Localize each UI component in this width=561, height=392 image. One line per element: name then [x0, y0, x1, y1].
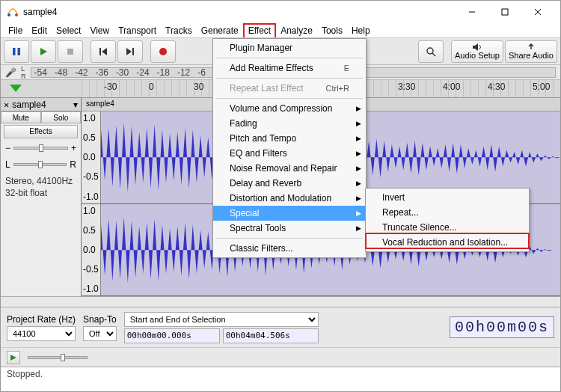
timeline-tick: 4:30 [488, 82, 505, 92]
play-at-speed-toolbar [1, 347, 560, 367]
menu-item-repeat[interactable]: Repeat... [366, 205, 529, 220]
timeline-tick: 5:00 [533, 82, 550, 92]
menu-item-plugin-manager[interactable]: Plugin Manager [213, 40, 366, 55]
menu-item-repeat-last-effect: Repeat Last EffectCtrl+R [213, 81, 366, 96]
menu-item-classic-filters-[interactable]: Classic Filters... [213, 241, 366, 256]
timeline-tick: 3:30 [398, 82, 415, 92]
menu-item-spectral-tools[interactable]: Spectral Tools▶ [213, 221, 366, 236]
play-button[interactable] [31, 40, 56, 63]
submenu-arrow-icon: ▶ [356, 150, 361, 157]
record-button[interactable] [150, 40, 176, 63]
playhead-icon[interactable] [10, 85, 22, 92]
playback-speed-slider[interactable] [28, 356, 88, 359]
mute-button[interactable]: Mute [1, 111, 41, 123]
submenu-arrow-icon: ▶ [356, 165, 361, 172]
submenu-arrow-icon: ▶ [356, 224, 361, 232]
svg-marker-13 [126, 48, 132, 55]
skip-end-button[interactable] [117, 40, 143, 63]
status-bar: Stopped. [1, 367, 560, 382]
menu-item-special[interactable]: Special▶ [213, 206, 366, 221]
menu-item-truncate-silence[interactable]: Truncate Silence... [366, 220, 529, 235]
submenu-arrow-icon: ▶ [356, 135, 361, 142]
svg-marker-8 [40, 48, 47, 55]
svg-marker-20 [10, 355, 16, 361]
submenu-arrow-icon: ▶ [356, 120, 361, 127]
svg-rect-6 [13, 48, 16, 55]
menu-transport[interactable]: Transport [114, 24, 161, 37]
track-dropdown-icon[interactable]: ▾ [73, 99, 78, 110]
maximize-button[interactable] [488, 1, 521, 22]
minimize-button[interactable] [456, 1, 488, 22]
svg-point-14 [159, 48, 167, 55]
time-counter[interactable]: 00h00m00s [450, 316, 554, 338]
pause-button[interactable] [4, 40, 29, 63]
close-button[interactable] [521, 1, 554, 22]
menu-file[interactable]: File [4, 24, 27, 37]
pan-slider[interactable]: LR [5, 159, 76, 170]
project-rate-select[interactable]: 44100 [7, 326, 76, 341]
share-audio-button[interactable]: Share Audio [505, 40, 557, 63]
stop-button[interactable] [58, 40, 83, 63]
zoom-button[interactable] [418, 40, 444, 63]
special-submenu: InvertRepeat...Truncate Silence...Vocal … [365, 188, 530, 252]
menu-item-pitch-and-tempo[interactable]: Pitch and Tempo▶ [213, 131, 366, 146]
menu-tracks[interactable]: Tracks [161, 24, 197, 37]
menu-item-invert[interactable]: Invert [366, 190, 529, 205]
svg-rect-9 [67, 49, 73, 55]
track-name[interactable]: sample4 [12, 99, 46, 110]
menu-select[interactable]: Select [52, 24, 85, 37]
app-logo-icon [7, 6, 19, 18]
menu-help[interactable]: Help [347, 24, 375, 37]
audio-setup-button[interactable]: Audio Setup [451, 40, 503, 63]
share-icon [527, 43, 536, 51]
menu-edit[interactable]: Edit [27, 24, 52, 37]
svg-point-0 [7, 13, 10, 16]
menu-item-delay-and-reverb[interactable]: Delay and Reverb▶ [213, 176, 366, 191]
track-control-panel: ✕ sample4 ▾ Mute Solo Effects −+ LR Ster… [1, 98, 82, 296]
menu-view[interactable]: View [85, 24, 114, 37]
submenu-arrow-icon: ▶ [356, 180, 361, 187]
menu-item-distortion-and-modulation[interactable]: Distortion and Modulation▶ [213, 191, 366, 206]
svg-marker-11 [102, 48, 107, 55]
selection-mode-select[interactable]: Start and End of Selection [124, 312, 319, 327]
menubar: File Edit Select View Transport Tracks G… [1, 23, 560, 38]
svg-rect-10 [99, 48, 101, 55]
gain-slider[interactable]: −+ [5, 143, 76, 153]
timeline-tick: 4:00 [443, 82, 460, 92]
effect-menu: Plugin ManagerAdd Realtime EffectsERepea… [212, 38, 367, 258]
menu-tools[interactable]: Tools [317, 24, 347, 37]
play-at-speed-button[interactable] [7, 351, 20, 364]
mic-icon[interactable]: 🎤 [5, 67, 16, 78]
menu-item-fading[interactable]: Fading▶ [213, 116, 366, 131]
solo-button[interactable]: Solo [41, 111, 82, 123]
track-close-icon[interactable]: ✕ [4, 99, 9, 110]
menu-analyze[interactable]: Analyze [276, 24, 317, 37]
snap-to-select[interactable]: Off [83, 326, 117, 341]
menu-item-volume-and-compression[interactable]: Volume and Compression▶ [213, 101, 366, 116]
menu-item-vocal-reduction-and-isolation[interactable]: Vocal Reduction and Isolation... [366, 235, 529, 250]
track-format-info: Stereo, 44100Hz 32-bit float [1, 173, 81, 202]
timeline-tick: -30 [104, 82, 117, 92]
track-effects-button[interactable]: Effects [4, 125, 78, 138]
project-rate-label: Project Rate (Hz) [7, 314, 76, 325]
menu-item-noise-removal-and-repair[interactable]: Noise Removal and Repair▶ [213, 161, 366, 176]
skip-start-button[interactable] [91, 40, 116, 63]
submenu-arrow-icon: ▶ [356, 195, 361, 202]
menu-item-eq-and-filters[interactable]: EQ and Filters▶ [213, 146, 366, 161]
svg-rect-3 [502, 9, 508, 15]
menu-generate[interactable]: Generate [197, 24, 243, 37]
svg-rect-12 [132, 48, 134, 55]
menu-item-add-realtime-effects[interactable]: Add Realtime EffectsE [213, 61, 366, 76]
submenu-arrow-icon: ▶ [356, 105, 361, 112]
selection-toolbar: Project Rate (Hz) 44100 Snap-To Off Star… [1, 307, 560, 347]
submenu-arrow-icon: ▶ [356, 209, 361, 217]
snap-to-label: Snap-To [83, 314, 117, 325]
horizontal-scrollbar[interactable] [1, 296, 560, 307]
selection-start-field[interactable] [124, 328, 220, 343]
svg-rect-7 [18, 48, 21, 55]
titlebar: sample4 [1, 1, 560, 23]
selection-end-field[interactable] [223, 328, 319, 343]
svg-point-1 [15, 13, 18, 16]
svg-point-15 [427, 48, 433, 54]
menu-effect[interactable]: Effect [243, 23, 276, 37]
